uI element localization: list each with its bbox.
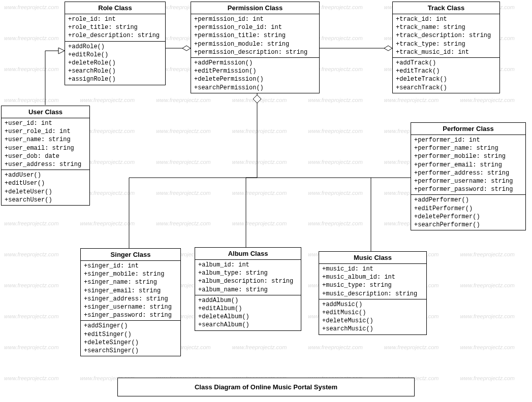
attr-row: +performer_id: int [414,136,522,144]
diagram-title: Class Diagram of Online Music Portal Sys… [117,378,415,396]
attr-row: +permission_module: string [194,40,316,48]
method-row: +editPermission() [194,67,316,75]
class-permission-methods: +addPermission()+editPermission()+delete… [191,58,319,93]
class-singer-title: Singer Class [81,249,180,261]
watermark-text: www.freeprojectz.com [4,220,59,226]
watermark-text: www.freeprojectz.com [4,344,59,350]
attr-row: +performer_username: string [414,177,522,185]
class-track: Track Class +track_id: int+track_name: s… [392,2,500,93]
class-singer-methods: +addSinger()+editSinger()+deleteSinger()… [81,321,180,356]
attr-row: +music_id: int [322,265,423,273]
attr-row: +album_name: string [198,286,298,294]
class-album-attrs: +album_id: int+album_type: string+album_… [195,260,301,295]
attr-row: +singer_mobile: string [84,270,177,278]
class-role-methods: +addRole()+editRole()+deleteRole()+searc… [65,42,165,85]
watermark-text: www.freeprojectz.com [232,190,287,196]
method-row: +searchUser() [5,196,86,204]
attr-row: +performer_mobile: string [414,152,522,160]
class-music: Music Class +music_id: int+music_album_i… [319,251,427,335]
watermark-text: www.freeprojectz.com [4,35,59,41]
attr-row: +singer_username: string [84,303,177,311]
class-permission-title: Permission Class [191,2,319,14]
method-row: +assignRole() [68,75,162,83]
watermark-text: www.freeprojectz.com [308,344,363,350]
watermark-text: www.freeprojectz.com [384,344,439,350]
attr-row: +user_id: int [5,119,86,127]
attr-row: +track_description: string [396,31,496,40]
class-performer-attrs: +performer_id: int+performer_name: strin… [411,135,525,195]
method-row: +deletePerformer() [414,213,522,221]
method-row: +addPermission() [194,59,316,67]
attr-row: +music_type: string [322,281,423,289]
class-music-methods: +addMusic()+editMusic()+deleteMusic()+se… [319,299,426,334]
watermark-text: www.freeprojectz.com [308,97,363,103]
attr-row: +role_description: string [68,31,162,40]
watermark-text: www.freeprojectz.com [156,220,211,226]
attr-row: +singer_address: string [84,295,177,303]
watermark-text: www.freeprojectz.com [4,4,59,10]
method-row: +searchMusic() [322,325,423,333]
method-row: +searchAlbum() [198,321,298,329]
class-role-attrs: +role_id: int+role_title: string+role_de… [65,14,165,42]
method-row: +addSinger() [84,322,177,330]
attr-row: +track_name: string [396,23,496,31]
watermark-text: www.freeprojectz.com [232,344,287,350]
method-row: +searchSinger() [84,347,177,355]
attr-row: +singer_email: string [84,287,177,295]
class-permission-attrs: +permission_id: int+permission_role_id: … [191,14,319,58]
attr-row: +permission_role_id: int [194,23,316,31]
attr-row: +permission_title: string [194,31,316,40]
watermark-text: www.freeprojectz.com [384,97,439,103]
watermark-text: www.freeprojectz.com [232,159,287,165]
attr-row: +music_description: string [322,290,423,298]
method-row: +addTrack() [396,59,496,67]
watermark-text: www.freeprojectz.com [4,313,59,319]
attr-row: +performer_email: string [414,161,522,169]
method-row: +deletePermission() [194,75,316,83]
method-row: +editMusic() [322,309,423,317]
attr-row: +music_album_id: int [322,273,423,281]
svg-marker-6 [384,46,392,51]
attr-row: +role_id: int [68,15,162,23]
attr-row: +album_id: int [198,261,298,269]
method-row: +editUser() [5,179,86,187]
method-row: +deleteAlbum() [198,313,298,321]
attr-row: +track_music_id: int [396,48,496,56]
method-row: +deleteTrack() [396,75,496,83]
attr-row: +singer_password: string [84,311,177,319]
class-permission: Permission Class +permission_id: int+per… [191,2,320,93]
watermark-text: www.freeprojectz.com [80,220,135,226]
attr-row: +user_address: string [5,160,86,169]
attr-row: +album_description: string [198,277,298,285]
class-performer: Performer Class +performer_id: int+perfo… [411,122,526,230]
attr-row: +singer_name: string [84,278,177,286]
class-user-title: User Class [2,106,89,118]
watermark-text: www.freeprojectz.com [4,66,59,72]
watermark-text: www.freeprojectz.com [460,344,515,350]
attr-row: +permission_id: int [194,15,316,23]
class-performer-methods: +addPerformer()+editPerformer()+deletePe… [411,195,525,230]
attr-row: +album_type: string [198,269,298,277]
watermark-text: www.freeprojectz.com [156,128,211,134]
watermark-text: www.freeprojectz.com [308,220,363,226]
class-singer-attrs: +singer_id: int+singer_mobile: string+si… [81,261,180,321]
class-user: User Class +user_id: int+user_role_id: i… [1,106,90,206]
method-row: +searchRole() [68,67,162,75]
method-row: +addRole() [68,43,162,51]
class-album: Album Class +album_id: int+album_type: s… [195,247,301,331]
class-album-title: Album Class [195,248,301,260]
method-row: +addAlbum() [198,296,298,305]
class-track-methods: +addTrack()+editTrack()+deleteTrack()+se… [393,58,499,93]
watermark-text: www.freeprojectz.com [232,220,287,226]
svg-marker-7 [253,95,261,103]
method-row: +deleteSinger() [84,339,177,347]
watermark-text: www.freeprojectz.com [156,159,211,165]
watermark-text: www.freeprojectz.com [308,128,363,134]
watermark-text: www.freeprojectz.com [460,375,515,381]
attr-row: +performer_address: string [414,169,522,177]
watermark-text: www.freeprojectz.com [4,251,59,257]
attr-row: +user_role_id: int [5,127,86,136]
svg-marker-1 [182,46,191,51]
method-row: +addUser() [5,171,86,179]
method-row: +deleteUser() [5,188,86,196]
